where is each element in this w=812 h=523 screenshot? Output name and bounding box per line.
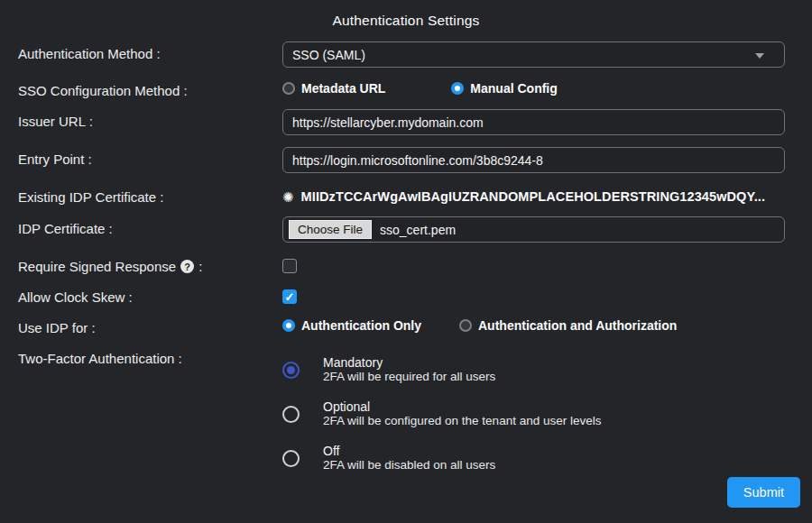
entry-point-input[interactable] [282,147,785,173]
authentication-settings-page: Authentication Settings Authentication M… [0,0,812,523]
submit-row: Submit [727,477,800,508]
radio-unselected-icon[interactable] [282,406,300,423]
row-idp-certificate: IDP Certificate : Choose File sso_cert.p… [0,216,812,243]
row-authentication-method: Authentication Method : SSO (SAML) [0,41,812,68]
sso-configuration-method-label: SSO Configuration Method : [18,78,282,98]
row-sso-configuration-method: SSO Configuration Method : Metadata URL … [0,78,812,98]
2fa-mandatory-description: 2FA will be required for all users [323,370,495,383]
radio-authentication-only-label: Authentication Only [301,318,421,333]
entry-point-label: Entry Point : [18,147,282,167]
radio-authentication-only[interactable]: Authentication Only [282,318,421,333]
issuer-url-input[interactable] [282,109,785,135]
chevron-down-icon [755,53,764,59]
idp-certificate-file-input[interactable]: Choose File sso_cert.pem [282,216,785,243]
row-use-idp-for: Use IDP for : Authentication Only Authen… [0,316,812,335]
2fa-optional-description: 2FA will be configured on the tenant and… [323,414,601,427]
row-issuer-url: Issuer URL : [0,109,812,135]
existing-idp-certificate-value: MIIDzTCCArWgAwIBAgIUZRANDOMPLACEHOLDERST… [301,189,765,204]
radio-selected-icon[interactable] [282,362,300,379]
help-question-icon[interactable]: ? [180,260,194,273]
idp-certificate-label: IDP Certificate : [18,216,282,236]
certificate-seal-icon: ✺ [282,190,294,204]
submit-button[interactable]: Submit [727,477,800,508]
issuer-url-label: Issuer URL : [18,109,282,129]
authentication-method-select[interactable]: SSO (SAML) [282,41,785,68]
require-signed-response-colon: : [198,259,202,274]
row-allow-clock-skew: Allow Clock Skew : ✓ [0,285,812,305]
authentication-method-label: Authentication Method : [18,41,282,61]
row-existing-idp-certificate: Existing IDP Certificate : ✺ MIIDzTCCArW… [0,185,812,205]
radio-authentication-and-authorization-label: Authentication and Authorization [478,318,677,333]
radio-selected-icon[interactable] [451,82,464,95]
radio-metadata-url-label: Metadata URL [301,81,385,96]
2fa-off-title: Off [323,445,495,458]
radio-unselected-icon[interactable] [282,450,300,467]
radio-2fa-off[interactable]: Off 2FA will be disabled on all users [282,445,785,472]
radio-2fa-mandatory[interactable]: Mandatory 2FA will be required for all u… [282,356,785,383]
authentication-method-value: SSO (SAML) [292,48,365,62]
radio-unselected-icon[interactable] [459,319,472,332]
require-signed-response-label: Require Signed Response [18,259,176,274]
row-require-signed-response: Require Signed Response ? : [0,254,812,274]
choose-file-button[interactable]: Choose File [289,220,372,239]
two-factor-authentication-label: Two-Factor Authentication : [18,346,282,366]
radio-unselected-icon[interactable] [282,82,295,95]
existing-idp-certificate-label: Existing IDP Certificate : [18,185,282,205]
page-title: Authentication Settings [0,13,812,29]
row-entry-point: Entry Point : [0,147,812,173]
radio-manual-config[interactable]: Manual Config [451,81,557,96]
radio-authentication-and-authorization[interactable]: Authentication and Authorization [459,318,677,333]
radio-selected-icon[interactable] [282,319,295,332]
radio-manual-config-label: Manual Config [470,81,557,96]
allow-clock-skew-label: Allow Clock Skew : [18,285,282,305]
2fa-optional-title: Optional [323,400,601,414]
radio-metadata-url[interactable]: Metadata URL [282,81,385,96]
use-idp-for-label: Use IDP for : [18,316,282,335]
allow-clock-skew-checkbox[interactable]: ✓ [282,289,297,304]
selected-file-name: sso_cert.pem [380,223,456,237]
radio-2fa-optional[interactable]: Optional 2FA will be configured on the t… [282,400,785,427]
row-two-factor-authentication: Two-Factor Authentication : Mandatory 2F… [0,346,812,489]
2fa-off-description: 2FA will be disabled on all users [323,458,495,472]
require-signed-response-checkbox[interactable] [282,259,297,273]
checkmark-icon: ✓ [285,290,295,304]
2fa-mandatory-title: Mandatory [323,356,495,370]
